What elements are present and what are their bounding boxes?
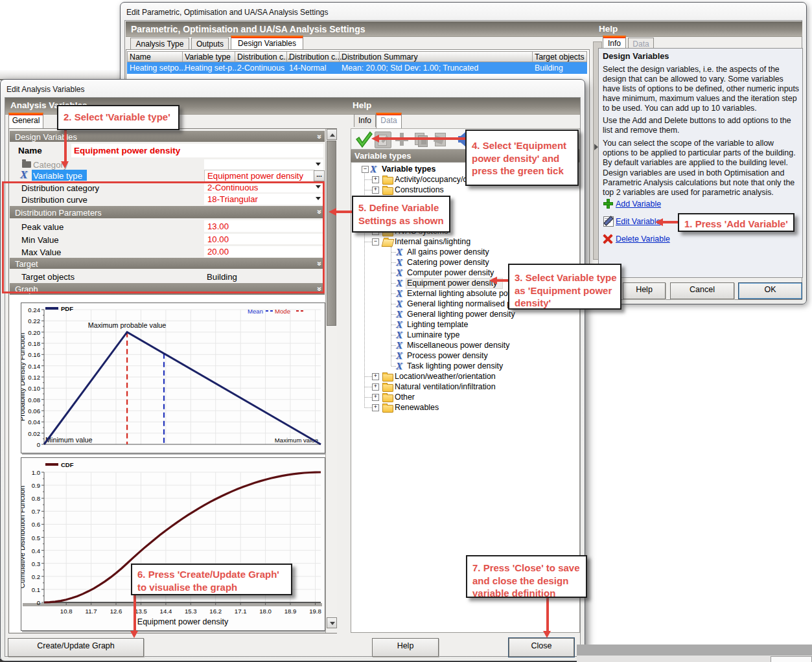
svg-text:0.08: 0.08 xyxy=(28,396,40,404)
svg-text:Mean: Mean xyxy=(248,308,263,315)
svg-text:0.10: 0.10 xyxy=(28,385,40,392)
svg-text:17.1: 17.1 xyxy=(235,608,247,615)
svg-text:Probability Density Function: Probability Density Function xyxy=(21,333,26,421)
svg-text:18.9: 18.9 xyxy=(284,608,297,615)
svg-text:Mode: Mode xyxy=(275,308,290,315)
svg-text:0.04: 0.04 xyxy=(28,418,40,426)
svg-text:Maximum probable value: Maximum probable value xyxy=(88,321,167,329)
svg-text:PDF: PDF xyxy=(61,305,73,312)
svg-text:0.02: 0.02 xyxy=(28,430,40,437)
svg-text:1.0: 1.0 xyxy=(32,469,40,476)
svg-text:14.4: 14.4 xyxy=(160,608,172,615)
svg-text:0.24: 0.24 xyxy=(28,306,40,314)
svg-text:0.3: 0.3 xyxy=(32,560,40,567)
svg-text:15.3: 15.3 xyxy=(185,608,197,615)
svg-text:0: 0 xyxy=(37,599,40,606)
svg-text:11.7: 11.7 xyxy=(86,608,97,615)
svg-text:12.6: 12.6 xyxy=(110,608,122,615)
svg-text:0.20: 0.20 xyxy=(28,329,40,336)
svg-text:0.4: 0.4 xyxy=(32,547,41,554)
svg-text:Equipment power density: Equipment power density xyxy=(137,617,229,626)
svg-text:0.16: 0.16 xyxy=(28,351,40,358)
svg-text:0.12: 0.12 xyxy=(28,374,40,381)
svg-text:13.5: 13.5 xyxy=(135,608,147,615)
svg-text:0.06: 0.06 xyxy=(28,407,40,415)
svg-text:0: 0 xyxy=(37,441,40,448)
svg-text:16.2: 16.2 xyxy=(209,608,222,615)
svg-text:18.0: 18.0 xyxy=(259,608,272,615)
svg-text:Minimum value: Minimum value xyxy=(45,436,93,444)
svg-text:0.5: 0.5 xyxy=(32,534,40,542)
svg-text:10.8: 10.8 xyxy=(60,608,73,615)
svg-text:0.18: 0.18 xyxy=(28,340,40,347)
svg-text:CDF: CDF xyxy=(61,461,74,468)
svg-text:0.6: 0.6 xyxy=(32,521,40,528)
svg-text:0.1: 0.1 xyxy=(32,586,40,593)
svg-text:0.8: 0.8 xyxy=(32,495,40,502)
svg-text:0.14: 0.14 xyxy=(28,363,40,370)
svg-text:0.7: 0.7 xyxy=(32,508,40,515)
svg-text:0.9: 0.9 xyxy=(32,482,40,489)
svg-text:0.2: 0.2 xyxy=(32,573,40,580)
svg-text:19.8: 19.8 xyxy=(309,608,321,615)
svg-text:0.22: 0.22 xyxy=(28,317,40,325)
svg-text:Cumulative Distribution Functi: Cumulative Distribution Function xyxy=(21,486,26,588)
